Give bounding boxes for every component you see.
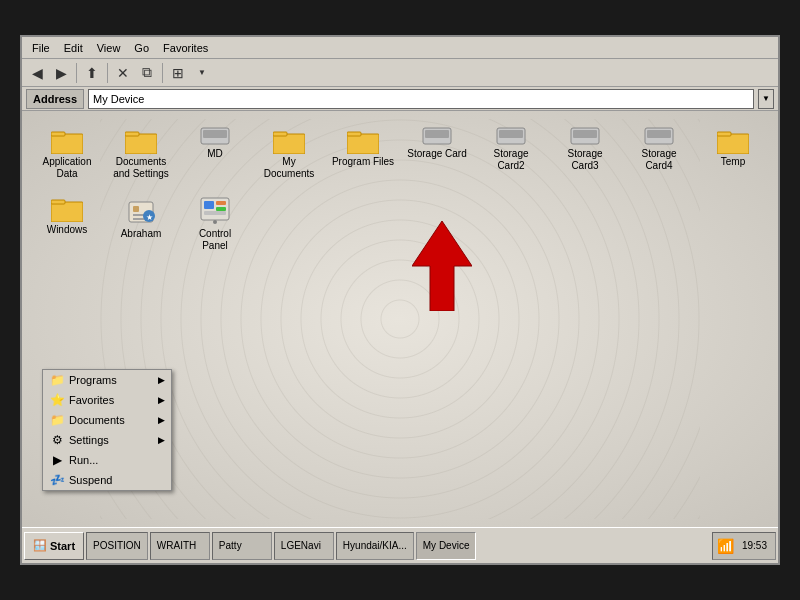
- icon-md[interactable]: MD: [180, 121, 250, 185]
- start-menu-settings[interactable]: ⚙ Settings ▶: [43, 430, 171, 450]
- start-icon: 🪟: [33, 539, 47, 552]
- suspend-icon: 💤: [49, 473, 65, 487]
- svg-rect-6: [273, 134, 305, 154]
- clock: 19:53: [738, 540, 771, 551]
- svg-rect-15: [573, 130, 597, 138]
- svg-rect-19: [717, 132, 731, 136]
- address-bar: Address ▼: [22, 87, 778, 111]
- control-panel-icon: [199, 194, 231, 226]
- svg-rect-13: [499, 130, 523, 138]
- forward-button[interactable]: ▶: [50, 62, 72, 84]
- icon-storage-card4[interactable]: Storage Card4: [624, 121, 694, 185]
- start-menu-suspend[interactable]: 💤 Suspend: [43, 470, 171, 490]
- up-button[interactable]: ⬆: [81, 62, 103, 84]
- icon-label: Storage Card4: [641, 148, 676, 172]
- icon-label: Application Data: [43, 156, 92, 180]
- icon-label: Abraham: [121, 228, 162, 240]
- documents-icon: 📁: [49, 413, 65, 427]
- icon-storage-card[interactable]: Storage Card: [402, 121, 472, 185]
- icon-abraham[interactable]: ★ Abraham: [106, 189, 176, 257]
- icon-label: Program Files: [332, 156, 394, 168]
- svg-rect-30: [216, 201, 226, 205]
- svg-rect-2: [125, 134, 157, 154]
- arrow-icon: ▶: [158, 375, 165, 385]
- icon-storage-card3[interactable]: Storage Card3: [550, 121, 620, 185]
- start-menu-programs[interactable]: 📁 Programs ▶: [43, 370, 171, 390]
- main-window: File Edit View Go Favorites ◀ ▶ ⬆ ✕ ⧉ ⊞ …: [20, 35, 780, 565]
- svg-rect-11: [425, 130, 449, 138]
- start-menu-run[interactable]: ▶ Run...: [43, 450, 171, 470]
- svg-rect-7: [273, 132, 287, 136]
- copy-button[interactable]: ⧉: [136, 62, 158, 84]
- taskbar-patty[interactable]: Patty: [212, 532, 272, 560]
- toolbar-sep1: [76, 63, 77, 83]
- favorites-icon: ⭐: [49, 393, 65, 407]
- view-down[interactable]: ▼: [191, 62, 213, 84]
- address-input[interactable]: [88, 89, 754, 109]
- svg-rect-23: [133, 206, 139, 212]
- menu-file[interactable]: File: [26, 41, 56, 55]
- svg-rect-31: [216, 207, 226, 211]
- svg-rect-21: [51, 200, 65, 204]
- svg-rect-8: [347, 134, 379, 154]
- toolbar-sep2: [107, 63, 108, 83]
- menu-view[interactable]: View: [91, 41, 127, 55]
- svg-rect-20: [51, 202, 83, 222]
- start-menu-documents[interactable]: 📁 Documents ▶: [43, 410, 171, 430]
- menu-favorites[interactable]: Favorites: [157, 41, 214, 55]
- taskbar: 🪟 Start POSITION WRAITH Patty LGENavi Hy…: [22, 527, 778, 563]
- taskbar-my-device[interactable]: My Device: [416, 532, 477, 560]
- folder-icon: [125, 126, 157, 154]
- svg-text:★: ★: [146, 213, 153, 222]
- icon-documents-settings[interactable]: Documents and Settings: [106, 121, 176, 185]
- start-menu-favorites[interactable]: ⭐ Favorites ▶: [43, 390, 171, 410]
- arrow-icon: ▶: [158, 435, 165, 445]
- icon-my-documents[interactable]: My Documents: [254, 121, 324, 185]
- taskbar-wraith[interactable]: WRAITH: [150, 532, 210, 560]
- start-button[interactable]: 🪟 Start: [24, 532, 84, 560]
- svg-rect-3: [125, 132, 139, 136]
- storage-icon: [569, 126, 601, 146]
- menu-edit[interactable]: Edit: [58, 41, 89, 55]
- main-content: Application Data Documents and Settings …: [22, 111, 778, 527]
- folder-icon: [51, 194, 83, 222]
- network-icon[interactable]: 📶: [717, 538, 734, 554]
- svg-rect-0: [51, 134, 83, 154]
- icon-label: Temp: [721, 156, 745, 168]
- menu-go[interactable]: Go: [128, 41, 155, 55]
- arrow-icon: ▶: [158, 415, 165, 425]
- view-button[interactable]: ⊞: [167, 62, 189, 84]
- address-dropdown[interactable]: ▼: [758, 89, 774, 109]
- toolbar-sep3: [162, 63, 163, 83]
- taskbar-position[interactable]: POSITION: [86, 532, 148, 560]
- svg-rect-9: [347, 132, 361, 136]
- menu-bar: File Edit View Go Favorites: [22, 37, 778, 59]
- icon-control-panel[interactable]: Control Panel: [180, 189, 250, 257]
- taskbar-hyundai[interactable]: Hyundai/KIA...: [336, 532, 414, 560]
- system-tray: 📶 19:53: [712, 532, 776, 560]
- icon-storage-card2[interactable]: Storage Card2: [476, 121, 546, 185]
- svg-rect-25: [133, 218, 145, 220]
- cut-button[interactable]: ✕: [112, 62, 134, 84]
- storage-icon: [199, 126, 231, 146]
- icon-windows[interactable]: Windows: [32, 189, 102, 257]
- storage-icon: [495, 126, 527, 146]
- back-button[interactable]: ◀: [26, 62, 48, 84]
- icon-application-data[interactable]: Application Data: [32, 121, 102, 185]
- icon-label: Storage Card: [407, 148, 466, 160]
- svg-rect-17: [647, 130, 671, 138]
- icon-temp[interactable]: Temp: [698, 121, 768, 185]
- special-icon: ★: [125, 194, 157, 226]
- storage-icon: [421, 126, 453, 146]
- svg-rect-1: [51, 132, 65, 136]
- folder-icon: [51, 126, 83, 154]
- address-label: Address: [26, 89, 84, 109]
- folder-icon: [273, 126, 305, 154]
- icon-program-files[interactable]: Program Files: [328, 121, 398, 185]
- icon-label: Storage Card2: [493, 148, 528, 172]
- programs-icon: 📁: [49, 373, 65, 387]
- svg-rect-18: [717, 134, 749, 154]
- svg-rect-32: [204, 211, 226, 215]
- taskbar-lgenavi[interactable]: LGENavi: [274, 532, 334, 560]
- settings-icon: ⚙: [49, 433, 65, 447]
